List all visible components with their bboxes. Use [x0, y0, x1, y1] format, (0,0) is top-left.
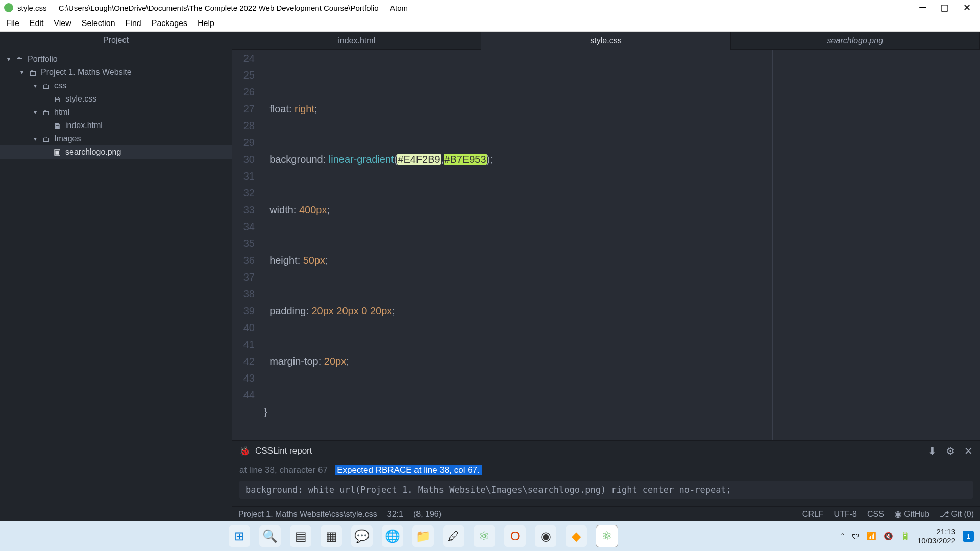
chevron-down-icon: ▾ — [32, 82, 39, 89]
line-number: 40 — [232, 319, 255, 336]
menu-help[interactable]: Help — [198, 19, 214, 28]
chat-icon[interactable]: 💬 — [351, 525, 373, 547]
file-icon: 🗎 — [52, 121, 62, 130]
line-number: 35 — [232, 235, 255, 252]
sublime-icon[interactable]: ◆ — [566, 525, 587, 547]
tree-label: Portfolio — [28, 55, 58, 64]
chevron-down-icon: ▾ — [5, 56, 12, 63]
close-button[interactable]: ✕ — [963, 2, 971, 13]
lint-code-snippet: background: white url(Project 1. Maths W… — [239, 481, 973, 499]
code-line: float: right; — [263, 101, 980, 117]
line-number: 32 — [232, 185, 255, 202]
app-icon — [4, 3, 13, 12]
code-editor[interactable]: 24 25 26 27 28 29 30 31 32 33 34 35 36 3… — [232, 50, 980, 440]
status-language[interactable]: CSS — [867, 510, 884, 519]
code-line: } — [263, 404, 980, 420]
line-number: 30 — [232, 151, 255, 168]
tree-file-stylecss[interactable]: 🗎 style.css — [0, 92, 232, 106]
explorer-icon[interactable]: 📁 — [412, 525, 434, 547]
widgets-icon[interactable]: ▦ — [321, 525, 342, 547]
tray-battery-icon[interactable]: 🔋 — [900, 532, 910, 541]
status-position[interactable]: 32:1 — [387, 510, 403, 519]
menu-view[interactable]: View — [54, 19, 71, 28]
tree-label: style.css — [65, 94, 96, 104]
line-number: 43 — [232, 370, 255, 387]
line-number: 34 — [232, 218, 255, 235]
system-clock[interactable]: 21:13 10/03/2022 — [917, 527, 955, 545]
folder-icon: 🗀 — [14, 55, 24, 64]
lint-location: at line 38, character 67 — [239, 465, 328, 475]
tree-label: index.html — [65, 121, 103, 130]
search-icon[interactable]: 🔍 — [259, 525, 281, 547]
editor-tabs: index.html style.css searchlogo.png — [232, 32, 980, 50]
status-encoding[interactable]: UTF-8 — [834, 510, 857, 519]
notification-badge[interactable]: 1 — [963, 531, 974, 542]
line-number: 27 — [232, 101, 255, 117]
tree-file-indexhtml[interactable]: 🗎 index.html — [0, 119, 232, 132]
line-number: 41 — [232, 336, 255, 353]
menu-file[interactable]: File — [6, 19, 19, 28]
tray-volume-icon[interactable]: 🔇 — [884, 532, 893, 541]
tree-root[interactable]: ▾ 🗀 Portfolio — [0, 53, 232, 66]
tree-folder-html[interactable]: ▾ 🗀 html — [0, 106, 232, 119]
tray-security-icon[interactable]: 🛡 — [852, 532, 860, 541]
menu-edit[interactable]: Edit — [30, 19, 44, 28]
taskview-icon[interactable]: ▤ — [290, 525, 311, 547]
bug-icon: 🐞 — [239, 446, 250, 457]
chevron-down-icon: ▾ — [32, 135, 39, 142]
atom-running-icon[interactable]: ⚛ — [596, 525, 618, 547]
tree-file-searchlogo[interactable]: ▣ searchlogo.png — [0, 145, 232, 159]
line-number: 39 — [232, 303, 255, 319]
tree-folder-images[interactable]: ▾ 🗀 Images — [0, 132, 232, 145]
windows-taskbar: ⊞ 🔍 ▤ ▦ 💬 🌐 📁 🖊 ⚛ O ◉ ◆ ⚛ ˄ 🛡 📶 🔇 🔋 21:1… — [0, 521, 980, 551]
folder-icon: 🗀 — [41, 82, 51, 90]
panel-title: CSSLint report — [255, 446, 312, 456]
close-icon[interactable]: ✕ — [964, 445, 973, 457]
github-icon: ◉ — [894, 509, 902, 519]
maximize-button[interactable]: ▢ — [940, 2, 949, 13]
download-icon[interactable]: ⬇ — [928, 445, 937, 457]
line-number: 26 — [232, 84, 255, 101]
code-line: width: 400px; — [263, 202, 980, 218]
menu-selection[interactable]: Selection — [82, 19, 115, 28]
menu-packages[interactable]: Packages — [152, 19, 187, 28]
line-number: 25 — [232, 67, 255, 84]
chevron-down-icon: ▾ — [32, 109, 39, 116]
tray-chevron-icon[interactable]: ˄ — [841, 532, 845, 541]
csslint-panel: 🐞 CSSLint report ⬇ ⚙ ✕ at line 38, chara… — [232, 440, 980, 506]
project-sidebar: Project ▾ 🗀 Portfolio ▾ 🗀 Project 1. Mat… — [0, 32, 232, 521]
menu-find[interactable]: Find — [126, 19, 141, 28]
line-number: 38 — [232, 286, 255, 303]
clock-time: 21:13 — [917, 527, 955, 536]
folder-icon: 🗀 — [41, 108, 51, 117]
code-area[interactable]: float: right; background: linear-gradien… — [263, 50, 980, 440]
line-number: 31 — [232, 168, 255, 185]
status-git[interactable]: ⎇ Git (0) — [940, 509, 974, 519]
tab-stylecss[interactable]: style.css — [481, 32, 730, 50]
status-filepath[interactable]: Project 1. Maths Website\css\style.css — [238, 510, 377, 519]
tab-indexhtml[interactable]: index.html — [232, 32, 481, 50]
tray-wifi-icon[interactable]: 📶 — [867, 532, 876, 541]
minimize-button[interactable]: ─ — [919, 2, 926, 13]
settings-icon[interactable]: ⚙ — [946, 445, 955, 457]
clock-date: 10/03/2022 — [917, 536, 955, 545]
folder-icon: 🗀 — [41, 135, 51, 143]
tree-label: searchlogo.png — [65, 147, 121, 157]
wrap-guide — [772, 50, 773, 440]
office-icon[interactable]: O — [504, 525, 526, 547]
line-number: 36 — [232, 252, 255, 269]
chrome-icon[interactable]: ◉ — [535, 525, 556, 547]
edge-icon[interactable]: 🌐 — [382, 525, 403, 547]
tab-searchlogo[interactable]: searchlogo.png — [731, 32, 980, 50]
app-icon[interactable]: 🖊 — [443, 525, 464, 547]
tree-label: Project 1. Maths Website — [41, 68, 132, 77]
start-button[interactable]: ⊞ — [229, 525, 250, 547]
status-github[interactable]: ◉ GitHub — [894, 509, 929, 519]
line-number: 42 — [232, 353, 255, 370]
lint-message[interactable]: Expected RBRACE at line 38, col 67. — [335, 465, 482, 475]
status-eol[interactable]: CRLF — [802, 510, 824, 519]
tree-folder-css[interactable]: ▾ 🗀 css — [0, 79, 232, 92]
tree-folder-project1[interactable]: ▾ 🗀 Project 1. Maths Website — [0, 66, 232, 79]
atom-icon[interactable]: ⚛ — [474, 525, 495, 547]
image-icon: ▣ — [52, 147, 62, 157]
